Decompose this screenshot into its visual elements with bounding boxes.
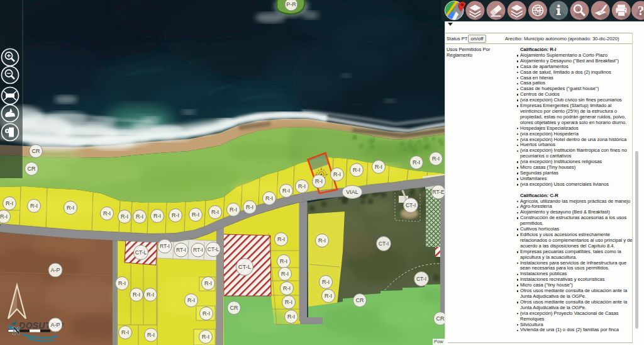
svg-text:R-I: R-I [318, 237, 326, 244]
svg-text:A-P: A-P [50, 322, 60, 328]
svg-text:R-I: R-I [203, 310, 210, 317]
svg-text:R-I: R-I [285, 299, 292, 305]
svg-text:CR: CR [436, 315, 445, 322]
svg-text:R-I: R-I [202, 334, 209, 340]
svg-text:CT-L: CT-L [238, 263, 252, 270]
svg-text:R-I: R-I [121, 329, 129, 336]
svg-text:R-I: R-I [353, 167, 360, 173]
svg-text:R-I: R-I [432, 156, 440, 162]
svg-text:R-I: R-I [281, 271, 289, 277]
svg-text:R-I: R-I [333, 171, 341, 178]
svg-text:CR: CR [230, 305, 238, 311]
svg-text:R-I: R-I [413, 159, 420, 166]
svg-text:CR: CR [32, 148, 40, 154]
svg-text:R-I: R-I [118, 280, 126, 286]
svg-text:R-I: R-I [67, 205, 74, 211]
svg-text:CT-L: CT-L [208, 246, 219, 252]
svg-text:A-P: A-P [50, 267, 60, 273]
svg-text:RT-E: RT-E [432, 189, 445, 195]
svg-text:R-I: R-I [147, 332, 155, 338]
svg-text:R-I: R-I [187, 297, 195, 303]
svg-text:N: N [13, 325, 21, 337]
svg-text:CT-I: CT-I [379, 240, 389, 247]
svg-text:R-I: R-I [204, 280, 212, 286]
svg-text:R-I: R-I [282, 188, 290, 194]
svg-text:R-I: R-I [277, 236, 285, 242]
svg-text:R-I: R-I [121, 213, 128, 220]
svg-text:R-I: R-I [0, 213, 8, 220]
svg-text:RT-I: RT-I [193, 247, 203, 253]
svg-text:R-I: R-I [30, 203, 38, 209]
svg-text:R-I: R-I [287, 314, 295, 320]
svg-text:G: G [536, 6, 541, 13]
svg-text:R-I: R-I [265, 195, 273, 201]
svg-text:R-I: R-I [133, 291, 140, 298]
svg-text:R-I: R-I [325, 293, 332, 299]
svg-text:R-I: R-I [153, 213, 161, 219]
svg-text:CR: CR [356, 297, 364, 303]
svg-text:R-I: R-I [375, 164, 382, 170]
svg-text:CR: CR [28, 166, 36, 172]
svg-text:R-I: R-I [280, 258, 287, 264]
svg-text:R-I: R-I [283, 285, 291, 291]
svg-text:R-I: R-I [230, 206, 237, 213]
svg-text:R-I: R-I [192, 212, 199, 218]
svg-text:CT-I: CT-I [406, 202, 416, 208]
svg-text:R-I: R-I [211, 209, 219, 215]
svg-text:R-I: R-I [103, 210, 111, 217]
svg-text:R-I: R-I [298, 183, 306, 189]
svg-text:R-I: R-I [147, 291, 154, 298]
svg-text:R-I: R-I [172, 212, 179, 218]
svg-text:RT-I: RT-I [160, 243, 170, 249]
svg-text:P-R: P-R [286, 1, 296, 8]
svg-text:VIAL: VIAL [346, 189, 358, 195]
svg-text:R-I: R-I [136, 213, 143, 220]
svg-text:R-I: R-I [315, 178, 323, 184]
svg-text:CT-L: CT-L [135, 249, 147, 256]
svg-text:?: ? [638, 3, 644, 18]
svg-text:R-I: R-I [6, 200, 13, 206]
svg-text:R-I: R-I [246, 204, 253, 210]
svg-text:R-I: R-I [322, 279, 330, 285]
svg-text:CT-I: CT-I [416, 276, 426, 282]
svg-text:RT-I: RT-I [176, 247, 186, 253]
